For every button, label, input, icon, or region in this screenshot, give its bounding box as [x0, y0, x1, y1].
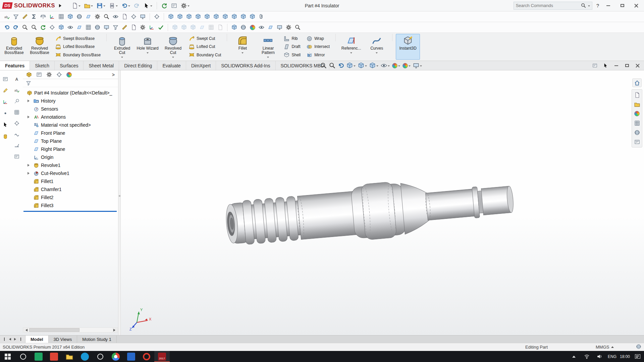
hide-show-items-icon[interactable] — [381, 62, 390, 69]
perspective-icon[interactable] — [216, 23, 224, 32]
rebuild-button[interactable] — [160, 2, 169, 10]
linear-pattern-button[interactable]: Linear Pattern — [256, 34, 280, 60]
appearance-ball-icon[interactable] — [248, 23, 257, 32]
shaded-icon[interactable] — [207, 23, 215, 32]
revolved-cut-button[interactable]: Revolved Cut — [161, 34, 185, 60]
section-view-icon[interactable] — [346, 62, 356, 69]
next-tab-button[interactable] — [14, 338, 17, 341]
shadows-icon[interactable] — [239, 23, 248, 32]
display-monitor-icon[interactable] — [139, 12, 147, 21]
document-properties-icon[interactable] — [120, 12, 129, 21]
scroll-left-button[interactable] — [23, 328, 29, 332]
tab-solidworks-add-ins[interactable]: SOLIDWORKS Add-Ins — [216, 61, 275, 70]
triad-icon[interactable] — [148, 23, 156, 32]
swept-boss-base-button[interactable]: Swept Boss/Base — [54, 36, 102, 42]
zoom-area-icon[interactable] — [30, 23, 38, 32]
hidden-lines-removed-icon[interactable] — [189, 23, 197, 32]
spell-checker-icon[interactable] — [3, 12, 11, 21]
shaded-with-edges-icon[interactable] — [198, 23, 206, 32]
mirror-button[interactable]: Mirror — [306, 52, 331, 58]
back-view-icon[interactable] — [176, 12, 184, 21]
surface-finish-icon[interactable] — [12, 130, 21, 138]
rotate-view-icon[interactable] — [39, 23, 47, 32]
edge-browser-icon[interactable] — [77, 351, 93, 362]
document-pane-icon[interactable] — [1, 75, 10, 83]
tree-item-front-plane[interactable]: Front Plane — [23, 129, 118, 137]
select-arrow-button[interactable] — [142, 2, 154, 10]
tree-item-annotations[interactable]: Annotations — [23, 113, 118, 121]
selection-filter-icon[interactable] — [12, 12, 20, 21]
clock[interactable]: 18:00 — [619, 351, 631, 362]
notifications-button[interactable] — [631, 351, 644, 362]
tab-evaluate[interactable]: Evaluate — [157, 61, 186, 70]
tab-sheet-metal[interactable]: Sheet Metal — [84, 61, 119, 70]
previous-view-icon[interactable] — [3, 23, 11, 32]
tree-root-part[interactable]: Part #4 Insulator (Default<<Default>_ — [23, 89, 118, 97]
tab-direct-editing[interactable]: Direct Editing — [119, 61, 157, 70]
rollback-bar[interactable] — [23, 211, 117, 212]
zebra-magnifier-icon[interactable] — [293, 23, 302, 32]
dropdown-caret-icon[interactable] — [147, 52, 149, 55]
bottom-view-icon[interactable] — [212, 12, 220, 21]
boundary-boss-base-button[interactable]: Boundary Boss/Base — [54, 52, 102, 58]
tree-item-top-plane[interactable]: Top Plane — [23, 137, 118, 145]
swept-cut-button[interactable]: Swept Cut — [188, 36, 222, 42]
network-wifi-icon[interactable] — [580, 351, 593, 362]
dropdown-caret-icon[interactable] — [267, 57, 269, 59]
file-properties-button[interactable] — [170, 2, 178, 10]
last-tab-button[interactable] — [20, 338, 21, 341]
redo-button[interactable] — [132, 2, 141, 10]
maximize-window-button[interactable] — [617, 2, 627, 9]
featuremanager-design-tree-icon[interactable] — [26, 72, 32, 77]
shell-button[interactable]: Shell — [283, 52, 302, 58]
minimize-window-button[interactable] — [603, 2, 613, 9]
close-document-button[interactable] — [634, 62, 641, 69]
draft-button[interactable]: Draft — [283, 44, 302, 50]
hide-show-eye-icon[interactable] — [66, 23, 74, 32]
tree-item-fillet3[interactable]: Fillet3 — [23, 201, 118, 209]
panel-splitter-handle[interactable] — [119, 195, 120, 197]
measure-ruler-icon[interactable] — [21, 12, 29, 21]
new-document-button[interactable] — [70, 2, 82, 10]
next-view-icon[interactable] — [12, 23, 20, 32]
measure-icon[interactable] — [120, 23, 129, 32]
spellcheck-ab-icon[interactable] — [12, 86, 21, 94]
custom-properties-icon[interactable] — [633, 128, 641, 136]
chrome-browser-icon[interactable] — [108, 351, 123, 362]
wrap-button[interactable]: Wrap — [306, 36, 331, 42]
tree-item-material[interactable]: Material <not specified> — [23, 121, 118, 129]
displaymanager-icon[interactable] — [66, 72, 72, 77]
trimetric-view-icon[interactable] — [230, 12, 238, 21]
tree-item-history[interactable]: History — [23, 97, 118, 105]
front-view-icon[interactable] — [167, 12, 175, 21]
revolved-boss-base-button[interactable]: Revolved Boss/Base — [28, 34, 52, 60]
open-folder-button[interactable] — [83, 2, 94, 10]
3d-model-insulator[interactable] — [211, 157, 517, 267]
search-input[interactable] — [516, 3, 579, 8]
solidworks-logo[interactable]: DS SOLIDWORKS — [3, 2, 63, 9]
settings-gear-icon[interactable] — [139, 23, 147, 32]
balloon-annotation-icon[interactable] — [12, 97, 21, 105]
search-icon[interactable] — [581, 3, 586, 8]
tab-surfaces[interactable]: Surfaces — [55, 61, 84, 70]
extruded-boss-base-button[interactable]: Extruded Boss/Base — [2, 34, 26, 60]
language-indicator[interactable]: ENG — [606, 351, 619, 362]
instant3d-button[interactable]: Instant3D — [396, 34, 420, 60]
hidden-lines-visible-icon[interactable] — [180, 23, 188, 32]
expand-arrow-icon[interactable] — [28, 116, 31, 118]
previous-view-icon[interactable] — [338, 62, 344, 69]
search-caret-icon[interactable] — [588, 5, 590, 8]
wireframe-icon[interactable] — [171, 23, 179, 32]
design-library-icon[interactable] — [633, 91, 641, 99]
graphics-viewport[interactable]: X Y Z — [121, 70, 644, 335]
dropdown-caret-icon[interactable] — [376, 52, 378, 55]
filter-funnel-icon[interactable] — [111, 23, 120, 32]
tree-item-revolve1[interactable]: Revolve1 — [23, 161, 118, 169]
zoom-magnifier-icon[interactable] — [102, 12, 111, 21]
reference-triad-icon[interactable] — [48, 12, 56, 21]
opera-browser-icon[interactable] — [139, 351, 154, 362]
print-button[interactable] — [108, 2, 119, 10]
top-view-icon[interactable] — [203, 12, 211, 21]
left-view-icon[interactable] — [185, 12, 193, 21]
lofted-cut-button[interactable]: Lofted Cut — [188, 44, 222, 50]
